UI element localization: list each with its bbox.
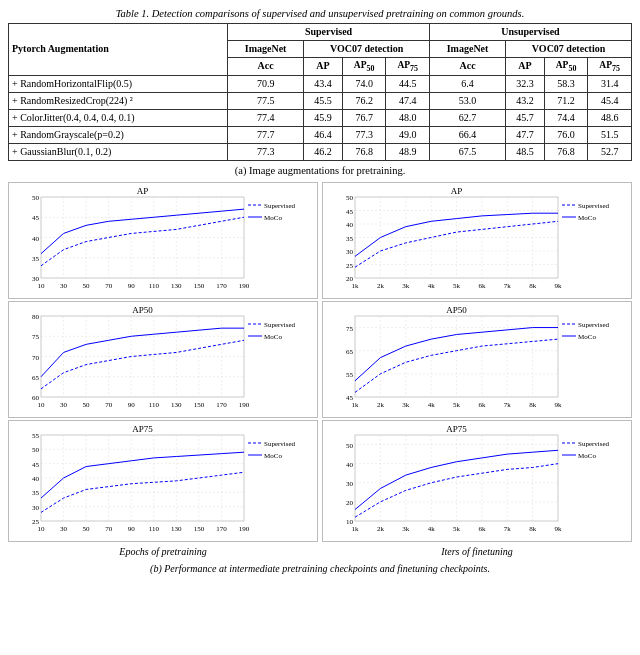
svg-text:4k: 4k <box>428 282 436 290</box>
left-x-label: Epochs of pretraining <box>8 546 318 557</box>
s-ap-header: AP <box>304 58 343 76</box>
svg-text:35: 35 <box>32 255 40 263</box>
u-imagenet-header: ImageNet <box>429 41 505 58</box>
right-x-label: Iters of finetuning <box>322 546 632 557</box>
s-ap50-cell: 76.8 <box>342 143 386 160</box>
svg-text:50: 50 <box>32 446 40 454</box>
svg-text:9k: 9k <box>555 282 563 290</box>
svg-text:MoCo: MoCo <box>264 452 282 460</box>
caption-b: (b) Performance at intermediate pretrain… <box>8 563 632 574</box>
svg-text:150: 150 <box>194 401 205 409</box>
u-ap-cell: 47.7 <box>506 126 545 143</box>
u-acc-cell: 53.0 <box>429 92 505 109</box>
svg-text:65: 65 <box>346 348 354 356</box>
svg-text:75: 75 <box>32 333 40 341</box>
svg-text:40: 40 <box>32 475 40 483</box>
table-row: + RandomHorizontalFlip(0.5) 70.9 43.4 74… <box>9 75 632 92</box>
svg-text:55: 55 <box>346 371 354 379</box>
svg-text:AP: AP <box>451 186 463 196</box>
u-acc-header: Acc <box>429 58 505 76</box>
svg-text:170: 170 <box>216 525 227 533</box>
s-imagenet-header: ImageNet <box>228 41 304 58</box>
u-acc-cell: 62.7 <box>429 109 505 126</box>
svg-text:150: 150 <box>194 282 205 290</box>
svg-text:190: 190 <box>239 282 250 290</box>
u-ap75-cell: 52.7 <box>588 143 632 160</box>
left-ap75-chart: 253035404550551030507090110130150170190A… <box>8 420 318 542</box>
svg-text:50: 50 <box>83 401 91 409</box>
svg-text:50: 50 <box>83 525 91 533</box>
svg-text:Supervised: Supervised <box>264 440 296 448</box>
right-ap50-chart: 455565751k2k3k4k5k6k7k8k9kAP50Supervised… <box>322 301 632 418</box>
aug-cell: + RandomGrayscale(p=0.2) <box>9 126 228 143</box>
svg-text:20: 20 <box>346 499 354 507</box>
svg-text:70: 70 <box>105 525 113 533</box>
s-ap75-cell: 48.0 <box>386 109 430 126</box>
u-acc-cell: 6.4 <box>429 75 505 92</box>
svg-text:30: 30 <box>60 282 68 290</box>
aug-col-header: Pytorch Augmentation <box>9 24 228 76</box>
svg-text:130: 130 <box>171 282 182 290</box>
svg-text:Supervised: Supervised <box>264 321 296 329</box>
svg-text:4k: 4k <box>428 401 436 409</box>
svg-text:7k: 7k <box>504 282 512 290</box>
svg-text:Supervised: Supervised <box>264 202 296 210</box>
svg-text:30: 30 <box>32 504 40 512</box>
svg-text:6k: 6k <box>478 525 486 533</box>
table-title: Table 1. Detection comparisons of superv… <box>8 8 632 19</box>
svg-text:25: 25 <box>346 261 354 269</box>
table-row: + RandomGrayscale(p=0.2) 77.7 46.4 77.3 … <box>9 126 632 143</box>
unsupervised-header: Unsupervised <box>429 24 631 41</box>
svg-text:AP50: AP50 <box>446 305 467 315</box>
svg-text:90: 90 <box>128 282 136 290</box>
s-ap-cell: 43.4 <box>304 75 343 92</box>
svg-text:130: 130 <box>171 525 182 533</box>
s-ap-cell: 46.2 <box>304 143 343 160</box>
svg-text:50: 50 <box>346 194 354 202</box>
svg-text:150: 150 <box>194 525 205 533</box>
s-voc-header: VOC07 detection <box>304 41 430 58</box>
u-ap75-header: AP75 <box>588 58 632 76</box>
svg-text:30: 30 <box>60 401 68 409</box>
s-ap-cell: 45.5 <box>304 92 343 109</box>
svg-text:45: 45 <box>32 214 40 222</box>
svg-text:7k: 7k <box>504 525 512 533</box>
s-ap50-cell: 76.2 <box>342 92 386 109</box>
svg-text:4k: 4k <box>428 525 436 533</box>
u-voc-header: VOC07 detection <box>506 41 632 58</box>
svg-text:1k: 1k <box>352 401 360 409</box>
svg-text:10: 10 <box>38 282 46 290</box>
s-ap-cell: 45.9 <box>304 109 343 126</box>
svg-text:8k: 8k <box>529 401 537 409</box>
svg-text:AP: AP <box>137 186 149 196</box>
comparison-table: Pytorch Augmentation Supervised Unsuperv… <box>8 23 632 161</box>
svg-text:30: 30 <box>346 480 354 488</box>
svg-text:5k: 5k <box>453 401 461 409</box>
svg-text:1k: 1k <box>352 282 360 290</box>
u-ap-cell: 43.2 <box>506 92 545 109</box>
svg-text:170: 170 <box>216 401 227 409</box>
svg-text:Supervised: Supervised <box>578 440 610 448</box>
u-ap50-cell: 58.3 <box>544 75 588 92</box>
svg-text:50: 50 <box>346 442 354 450</box>
s-acc-header: Acc <box>228 58 304 76</box>
svg-text:110: 110 <box>149 525 160 533</box>
svg-text:2k: 2k <box>377 282 385 290</box>
s-acc-cell: 77.5 <box>228 92 304 109</box>
svg-text:3k: 3k <box>402 401 410 409</box>
svg-text:40: 40 <box>346 461 354 469</box>
svg-text:90: 90 <box>128 525 136 533</box>
u-ap50-header: AP50 <box>544 58 588 76</box>
svg-text:8k: 8k <box>529 525 537 533</box>
svg-text:6k: 6k <box>478 401 486 409</box>
right-charts: 202530354045501k2k3k4k5k6k7k8k9kAPSuperv… <box>322 182 632 561</box>
svg-text:30: 30 <box>60 525 68 533</box>
s-acc-cell: 70.9 <box>228 75 304 92</box>
aug-cell: + RandomResizedCrop(224) ² <box>9 92 228 109</box>
svg-text:170: 170 <box>216 282 227 290</box>
u-ap50-cell: 76.8 <box>544 143 588 160</box>
s-ap50-header: AP50 <box>342 58 386 76</box>
s-ap-cell: 46.4 <box>304 126 343 143</box>
svg-text:50: 50 <box>83 282 91 290</box>
table-row: + ColorJitter(0.4, 0.4, 0.4, 0.1) 77.4 4… <box>9 109 632 126</box>
